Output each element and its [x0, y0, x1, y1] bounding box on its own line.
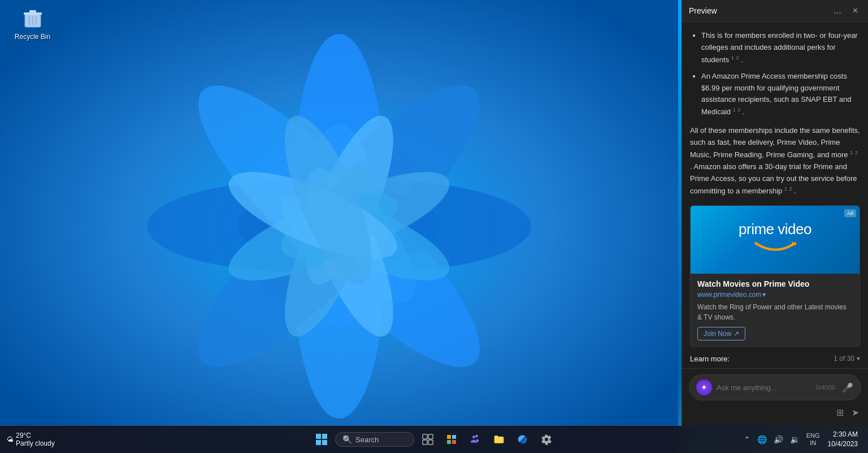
ad-description: Watch the Ring of Power and other Latest… [697, 302, 853, 322]
ad-image: Ad prime video [691, 206, 860, 274]
svg-rect-27 [322, 440, 327, 445]
preview-panel: Preview ... × This is for members enroll… [682, 0, 868, 426]
learn-more-section: Learn more: 1 of 30 ▾ 1. us.amazon.com [690, 355, 860, 368]
main-para-text: All of these memberships include the sam… [690, 126, 860, 159]
ad-card[interactable]: Ad prime video Watch Movies on Prime Vid… [690, 205, 860, 347]
svg-rect-18 [24, 12, 42, 15]
network-icon[interactable]: 🌐 [755, 433, 769, 446]
bullet1-sup2: 2 [736, 55, 739, 61]
svg-rect-26 [316, 440, 321, 445]
copilot-avatar: ✦ [696, 379, 712, 395]
svg-rect-25 [322, 434, 327, 439]
widgets-button[interactable] [441, 429, 462, 450]
chat-input[interactable] [717, 383, 811, 392]
continuation-sup2: 2 [789, 186, 792, 192]
microphone-icon[interactable]: 🎤 [840, 380, 856, 395]
preview-content[interactable]: This is for members enrolled in two- or … [682, 22, 868, 368]
learn-more-header: Learn more: 1 of 30 ▾ [690, 355, 860, 363]
join-now-icon: ↗ [734, 330, 739, 338]
lang-code: ENG [806, 432, 820, 439]
chevron-down-icon[interactable]: ▾ [857, 355, 860, 363]
teams-button[interactable] [465, 429, 485, 450]
prime-video-logo-text: prime video [739, 221, 811, 238]
search-icon: 🔍 [342, 435, 352, 444]
close-button[interactable]: × [849, 5, 861, 17]
speaker-icon[interactable]: 🔉 [788, 433, 802, 446]
join-now-label: Join Now [704, 330, 731, 338]
taskbar-left: 🌤 29°C Partly cloudy [7, 432, 55, 447]
chevron-up-icon[interactable]: ⌃ [741, 433, 753, 446]
ad-url-arrow: ▾ [762, 291, 766, 299]
main-para-sup1: 1 [850, 150, 853, 156]
continuation-sup1: 1 [784, 186, 787, 192]
svg-rect-32 [447, 435, 451, 439]
clock-date: 10/4/2023 [828, 439, 858, 449]
weather-widget[interactable]: 🌤 29°C Partly cloudy [7, 432, 55, 447]
taskbar-search-bar[interactable]: 🔍 Search [335, 432, 414, 447]
bullet2-sup2: 2 [737, 107, 740, 113]
bullet1-text: This is for members enrolled in two- or … [701, 31, 858, 64]
task-view-button[interactable] [418, 429, 438, 450]
clock-time: 2:30 AM [833, 430, 858, 439]
learn-more-count: 1 of 30 ▾ [834, 355, 860, 363]
svg-point-37 [475, 435, 478, 437]
continuation-text: . Amazon also offers a 30-day trial for … [690, 162, 857, 195]
svg-rect-24 [316, 434, 321, 439]
weather-temp: 29°C [16, 432, 55, 439]
svg-rect-30 [423, 440, 427, 445]
char-count: 0/4000 [816, 384, 835, 391]
weather-condition: Partly cloudy [16, 439, 55, 447]
bullet-item-2: An Amazon Prime Access membership costs … [701, 71, 860, 119]
send-icon[interactable]: ➤ [849, 405, 861, 420]
settings-button[interactable] [536, 429, 557, 450]
preview-header-actions: ... × [830, 5, 861, 17]
prime-video-smile [753, 240, 798, 258]
taskbar-right: ⌃ 🌐 🔊 🔉 ENG IN 2:30 AM 10/4/2023 [741, 429, 861, 450]
recycle-bin-graphic [20, 6, 45, 31]
learn-more-label: Learn more: [690, 355, 730, 363]
ad-badge: Ad [844, 209, 856, 217]
chat-input-row[interactable]: ✦ 0/4000 🎤 [689, 374, 861, 400]
bullet-item-1: This is for members enrolled in two- or … [701, 30, 860, 66]
bullet1-sup1: 1 [731, 55, 734, 61]
svg-rect-28 [423, 434, 427, 439]
main-paragraph: All of these memberships include the sam… [690, 125, 860, 197]
bullet-list: This is for members enrolled in two- or … [690, 30, 860, 118]
desktop: Recycle Bin Preview ... × This is for me… [0, 0, 868, 453]
bullet2-sup1: 1 [733, 107, 736, 113]
svg-rect-34 [447, 440, 451, 444]
chat-actions: ⊞ ➤ [689, 405, 861, 420]
recycle-bin-icon[interactable]: Recycle Bin [11, 6, 54, 41]
ad-title: Watch Movies on Prime Video [697, 279, 853, 288]
svg-rect-31 [428, 440, 433, 445]
language-indicator[interactable]: ENG IN [806, 432, 820, 447]
svg-point-36 [472, 435, 475, 438]
start-button[interactable] [311, 429, 332, 450]
bullet2-text: An Amazon Prime Access membership costs … [701, 72, 851, 117]
chat-area: ✦ 0/4000 🎤 ⊞ ➤ [682, 368, 868, 426]
svg-rect-33 [452, 435, 456, 439]
ad-url-text: www.primevideo.com [697, 291, 761, 299]
taskbar: 🌤 29°C Partly cloudy 🔍 Searc [0, 426, 868, 453]
join-now-button[interactable]: Join Now ↗ [697, 327, 745, 340]
svg-rect-29 [428, 434, 433, 439]
taskbar-center: 🔍 Search [311, 429, 557, 450]
ad-url: www.primevideo.com ▾ [697, 291, 853, 299]
svg-rect-35 [452, 440, 456, 444]
preview-title: Preview [689, 6, 717, 15]
more-options-button[interactable]: ... [830, 5, 844, 17]
preview-header: Preview ... × [682, 0, 868, 22]
search-label: Search [355, 435, 379, 444]
volume-icon[interactable]: 🔊 [771, 433, 785, 446]
lang-region: IN [806, 439, 820, 447]
recycle-bin-label: Recycle Bin [15, 33, 50, 41]
ad-body: Watch Movies on Prime Video www.primevid… [691, 274, 860, 346]
file-explorer-button[interactable] [489, 429, 509, 450]
image-icon[interactable]: ⊞ [834, 405, 846, 420]
learn-more-count-text: 1 of 30 [834, 355, 854, 363]
main-para-sup2: 2 [855, 150, 858, 156]
clock[interactable]: 2:30 AM 10/4/2023 [824, 429, 861, 450]
system-tray: ⌃ 🌐 🔊 🔉 [741, 433, 802, 446]
edge-button[interactable] [513, 429, 533, 450]
weather-icon: 🌤 [7, 435, 14, 443]
